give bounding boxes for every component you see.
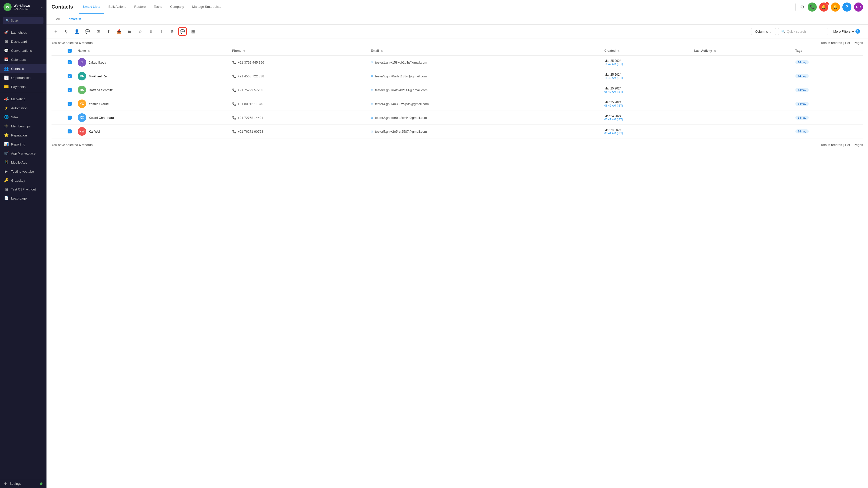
merge-button[interactable]: ⊕ — [167, 27, 176, 36]
contact-name[interactable]: Rattana Schmitz — [89, 88, 113, 92]
row-checkbox[interactable]: ✓ — [68, 74, 72, 78]
sidebar-item-dashboard[interactable]: ⊞ Dashboard — [0, 37, 46, 46]
sidebar-item-sites[interactable]: 🌐 Sites — [0, 113, 46, 122]
contact-name[interactable]: Yoshie Clarke — [89, 102, 109, 106]
tag-badge[interactable]: 14may — [795, 129, 809, 133]
tag-badge[interactable]: 14may — [795, 116, 809, 120]
row-checkbox-cell[interactable]: ✓ — [65, 69, 75, 83]
sidebar-item-opportunities[interactable]: 📈 Opportunities — [0, 73, 46, 82]
row-checkbox[interactable]: ✓ — [68, 102, 72, 106]
row-checkbox[interactable]: ✓ — [68, 116, 72, 120]
sidebar-item-mobile-app[interactable]: 📱 Mobile App — [0, 158, 46, 167]
row-checkbox[interactable]: ✓ — [68, 60, 72, 64]
contact-name[interactable]: Jakub Ikeda — [89, 61, 106, 64]
notification-button[interactable]: 🔔 1 — [819, 2, 828, 11]
sidebar-item-memberships[interactable]: 🎓 Memberships — [0, 122, 46, 131]
email-cell: ✉ tester2.ghl+or6xd2rn44@gmail.com — [368, 111, 601, 125]
tab-restore[interactable]: Restore — [130, 0, 150, 13]
sidebar-item-automation[interactable]: ⚡ Automation — [0, 103, 46, 113]
email-button[interactable]: ✉ — [94, 27, 102, 36]
phone-number: +91 76271 90723 — [238, 130, 264, 133]
tag-badge[interactable]: 14may — [795, 60, 809, 64]
phone-button[interactable]: 📞 — [808, 2, 817, 11]
phone-cell: 📞 +91 75299 57233 — [229, 83, 368, 97]
search-box[interactable]: 🔍 — [778, 28, 828, 35]
created-cell: Mar 24 2024 08:41 AM (IST) — [601, 111, 691, 125]
select-all-checkbox[interactable]: ✓ — [68, 49, 72, 53]
delete-button[interactable]: 🗑 — [125, 27, 134, 36]
more-filters-button[interactable]: More Filters ≡ 2 — [830, 28, 863, 35]
filter-button[interactable]: ⚲ — [62, 27, 71, 36]
search-input[interactable] — [11, 19, 46, 22]
sidebar-item-conversations[interactable]: 💬 Conversations — [0, 46, 46, 55]
sidebar-item-payments[interactable]: 💳 Payments — [0, 82, 46, 91]
help-button[interactable]: ? — [842, 2, 851, 11]
created-cell: Mar 25 2024 11:42 AM (IST) — [601, 69, 691, 83]
row-checkbox-cell[interactable]: ✓ — [65, 97, 75, 111]
contact-name[interactable]: Miykhael Ren — [89, 74, 108, 78]
created-date: Mar 25 2024 — [604, 87, 688, 90]
th-last-activity[interactable]: Last Activity ⇅ — [691, 46, 793, 56]
contact-card-button[interactable]: 👤 — [73, 27, 81, 36]
workspace-selector[interactable]: W Workflows DALLAS, TX ⌄ — [0, 0, 46, 14]
contact-name[interactable]: Xolani Chanthara — [89, 116, 114, 120]
subtab-smartlist[interactable]: smartlist — [64, 14, 85, 24]
search-input[interactable] — [787, 30, 829, 33]
tab-smart-lists[interactable]: Smart Lists — [79, 0, 104, 13]
sidebar-item-testing-youtube[interactable]: ▶ Testing youtube — [0, 167, 46, 176]
tab-manage-smart-lists[interactable]: Manage Smart Lists — [188, 0, 225, 13]
email-cell: ✉ tester5.ghl+2e5rzr2587@gmail.com — [368, 125, 601, 139]
import-button[interactable]: 📥 — [115, 27, 123, 36]
upload-button[interactable]: ⬆ — [104, 27, 113, 36]
sidebar-item-reporting[interactable]: 📊 Reporting — [0, 140, 46, 149]
whatsapp-button[interactable]: 💬 — [178, 27, 187, 36]
settings-item[interactable]: ⚙ Settings — [0, 479, 46, 488]
th-name[interactable]: Name ⇅ — [75, 46, 229, 56]
contact-avatar: JI — [78, 58, 86, 67]
row-checkbox-cell[interactable]: ✓ — [65, 83, 75, 97]
row-checkbox[interactable]: ✓ — [68, 129, 72, 133]
sidebar-item-marketing[interactable]: 📣 Marketing — [0, 94, 46, 103]
sidebar-item-contacts[interactable]: 👥 Contacts — [0, 64, 46, 73]
tag-badge[interactable]: 14may — [795, 74, 809, 78]
tag-badge[interactable]: 14may — [795, 102, 809, 106]
tab-bulk-actions[interactable]: Bulk Actions — [104, 0, 130, 13]
alert-button[interactable]: 🔔 — [831, 2, 840, 11]
share-button[interactable]: ↑ — [157, 27, 165, 36]
subtab-all[interactable]: All — [52, 14, 64, 24]
created-time: 11:42 AM (IST) — [604, 63, 688, 66]
workspace-sub: DALLAS, TX — [13, 7, 30, 10]
download-button[interactable]: ⬇ — [147, 27, 155, 36]
tab-company[interactable]: Company — [166, 0, 188, 13]
th-phone[interactable]: Phone ⇅ — [229, 46, 368, 56]
add-button[interactable]: + — [52, 27, 60, 36]
sidebar-item-launchpad[interactable]: 🚀 Launchpad — [0, 28, 46, 37]
email-address: tester5.ghl+0arhrt138w@gmail.com — [375, 74, 427, 78]
sidebar-item-lead-page[interactable]: 📄 Lead-page — [0, 194, 46, 203]
th-created[interactable]: Created ⇅ — [601, 46, 691, 56]
sidebar-item-reputation[interactable]: ⭐ Reputation — [0, 131, 46, 140]
th-checkbox[interactable]: ✓ — [65, 46, 75, 56]
tab-tasks[interactable]: Tasks — [150, 0, 166, 13]
chevron-down-icon: ⌄ — [40, 5, 43, 9]
sidebar-item-label: Marketing — [11, 97, 25, 101]
search-bar[interactable]: 🔍 ⌘K + — [3, 17, 43, 24]
row-checkbox-cell[interactable]: ✓ — [65, 125, 75, 139]
user-avatar[interactable]: UR — [854, 2, 863, 11]
settings-gear-icon[interactable]: ⚙ — [799, 4, 805, 10]
th-email[interactable]: Email ⇅ — [368, 46, 601, 56]
message-button[interactable]: 💬 — [83, 27, 92, 36]
columns-button[interactable]: Columns ⌄ — [751, 28, 776, 35]
tag-badge[interactable]: 14may — [795, 88, 809, 92]
row-checkbox-cell[interactable]: ✓ — [65, 111, 75, 125]
phone-cell: 📞 +91 4568 722 838 — [229, 69, 368, 83]
sidebar-item-test-csp[interactable]: 🖥 Test CSP without — [0, 185, 46, 194]
sidebar-item-app-marketplace[interactable]: 🛒 App Marketplace — [0, 149, 46, 158]
sidebar-item-calendars[interactable]: 📅 Calendars — [0, 55, 46, 64]
contact-name[interactable]: Kai Wei — [89, 130, 100, 133]
row-checkbox-cell[interactable]: ✓ — [65, 56, 75, 69]
star-button[interactable]: ☆ — [136, 27, 145, 36]
sidebar-item-gradskey[interactable]: 🔑 Gradskey — [0, 176, 46, 185]
row-checkbox[interactable]: ✓ — [68, 88, 72, 92]
more-button[interactable]: ▦ — [189, 27, 197, 36]
